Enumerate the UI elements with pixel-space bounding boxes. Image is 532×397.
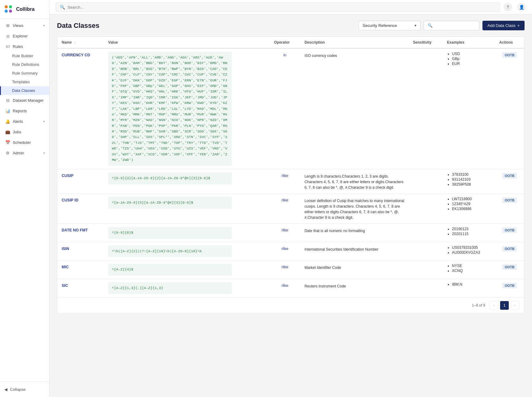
sidebar-item-rule-definitions[interactable]: Rule Definitions: [0, 60, 49, 69]
sidebar: Collibra ⊞ Views ▾ ◎ Explorer 🏷 Rules Ru…: [0, 0, 50, 397]
user-icon[interactable]: 👤: [517, 3, 526, 11]
templates-label: Templates: [12, 80, 30, 84]
table: Name ↑ Value Operator Description Sensit…: [57, 37, 524, 297]
ootb-badge-0[interactable]: OOTB: [502, 52, 517, 58]
table-search-input[interactable]: [434, 23, 475, 28]
admin-arrow-icon: ▾: [43, 151, 45, 155]
page-title: Data Classes: [57, 22, 99, 30]
col-description[interactable]: Description: [300, 37, 408, 48]
example-item: AU0000XVGZA3: [452, 250, 491, 255]
data-classes-table: Name ↑ Value Operator Description Sensit…: [57, 37, 525, 314]
header-actions: Security Reference ▾ 🔍 Add Data Class +: [359, 21, 525, 30]
sidebar-item-explorer[interactable]: ◎ Explorer: [0, 31, 49, 41]
add-data-class-button[interactable]: Add Data Class +: [482, 21, 525, 30]
cell-description-6: Reuters Instrument Code: [300, 279, 408, 297]
collibra-logo-icon: [4, 4, 14, 14]
collapse-arrow-icon: ◀: [4, 387, 7, 392]
sidebar-item-reports[interactable]: 📊 Reports: [0, 106, 49, 116]
sidebar-item-jobs[interactable]: 💼 Jobs: [0, 127, 49, 137]
sidebar-item-rule-builder[interactable]: Rule Builder: [0, 52, 49, 60]
value-code-0: ('AED','AFN','ALL','AMD','ANG','AOA','AR…: [108, 52, 232, 166]
sidebar-item-admin[interactable]: ⚙ Admin ▾: [0, 148, 49, 158]
cell-name-3: DATE NO FMT: [57, 224, 104, 242]
ootb-badge-3[interactable]: OOTB: [502, 227, 517, 233]
cell-value-5: ^[A-Z]{4}$: [104, 261, 269, 279]
sidebar-item-views[interactable]: ⊞ Views ▾: [0, 20, 49, 31]
cell-value-2: ^[a-zA-Z0-9]{5}[a-zA-Z0-9*@#]{3}[0-9]$: [104, 194, 269, 224]
ootb-badge-1[interactable]: OOTB: [502, 173, 517, 179]
cell-sensitivity-5: [408, 261, 443, 279]
sidebar-item-label-dataset: Dataset Manager: [13, 98, 44, 103]
cell-value-1: ^[0-9]{3}[a-zA-Z0-9]{2}[a-zA-Z0-9*@#]{3}…: [104, 169, 269, 194]
col-operator[interactable]: Operator: [270, 37, 300, 48]
sidebar-item-label-alerts: Alerts: [13, 119, 23, 124]
example-item: 12345*A29: [452, 202, 491, 206]
cell-actions-5: OOTB: [495, 261, 524, 279]
ootb-badge-2[interactable]: OOTB: [502, 197, 517, 203]
table-search-box[interactable]: 🔍: [424, 21, 479, 30]
cell-name-6: SIC: [57, 279, 104, 297]
topbar: 🔍 ? 👤: [50, 0, 532, 15]
cell-value-0: ('AED','AFN','ALL','AMD','ANG','AOA','AR…: [104, 48, 269, 169]
example-item: 931142103: [452, 177, 491, 182]
sidebar-item-rule-summary[interactable]: Rule Summary: [0, 69, 49, 78]
next-page-button[interactable]: ›: [511, 301, 519, 310]
cell-name-4: ISIN: [57, 242, 104, 260]
search-input[interactable]: [68, 5, 496, 10]
prev-page-button[interactable]: ‹: [490, 301, 498, 310]
collapse-button[interactable]: ◀ Collapse: [0, 384, 49, 395]
sidebar-item-rules[interactable]: 🏷 Rules: [0, 41, 49, 52]
ootb-badge-4[interactable]: OOTB: [502, 246, 517, 252]
table-row: MIC^[A-Z]{4}$rlikeMarket Identifier Code…: [57, 261, 524, 279]
cell-examples-6: IBM.N: [443, 279, 495, 297]
cell-actions-1: OOTB: [495, 169, 524, 194]
col-actions[interactable]: Actions: [495, 37, 524, 48]
col-examples[interactable]: Examples: [443, 37, 495, 48]
cell-operator-6: rlike: [270, 279, 300, 297]
cell-operator-5: rlike: [270, 261, 300, 279]
cell-examples-4: US0378331005AU0000XVGZA3: [443, 242, 495, 260]
sidebar-item-data-classes[interactable]: Data Classes: [0, 86, 49, 95]
cell-name-1: CUSIP: [57, 169, 104, 194]
value-code-3: ^[0-9]{8}$: [108, 227, 232, 239]
example-item: 20190123: [452, 227, 491, 231]
topbar-icons: ? 👤: [504, 3, 526, 11]
svg-point-0: [5, 5, 8, 8]
sidebar-item-label-scheduler: Scheduler: [13, 140, 31, 145]
rule-definitions-label: Rule Definitions: [12, 63, 39, 67]
cell-sensitivity-1: [408, 169, 443, 194]
search-icon: 🔍: [60, 5, 65, 10]
cell-actions-4: OOTB: [495, 242, 524, 260]
sidebar-bottom: ◀ Collapse: [0, 382, 49, 397]
cell-actions-2: OOTB: [495, 194, 524, 224]
col-value[interactable]: Value: [104, 37, 269, 48]
ootb-badge-5[interactable]: OOTB: [502, 264, 517, 270]
cell-name-2: CUSIP ID: [57, 194, 104, 224]
collapse-label: Collapse: [10, 387, 26, 392]
sidebar-item-templates[interactable]: Templates: [0, 78, 49, 86]
calendar-icon: 📅: [5, 140, 10, 145]
sidebar-item-dataset-manager[interactable]: ⊟ Dataset Manager: [0, 95, 49, 106]
logo[interactable]: Collibra: [0, 0, 49, 19]
table-row: CURRENCY CD('AED','AFN','ALL','AMD','ANG…: [57, 48, 524, 169]
filter-dropdown[interactable]: Security Reference ▾: [359, 21, 421, 30]
table-row: SIC^[A-Z]{1,3}[-][A-Z]{1,3}rlikeReuters …: [57, 279, 524, 297]
cell-sensitivity-0: [408, 48, 443, 169]
bell-icon: 🔔: [5, 119, 10, 124]
sidebar-item-scheduler[interactable]: 📅 Scheduler: [0, 137, 49, 148]
example-item: US0378331005: [452, 245, 491, 250]
search-wrap[interactable]: 🔍: [56, 2, 500, 12]
help-icon[interactable]: ?: [504, 3, 512, 11]
sidebar-item-alerts[interactable]: 🔔 Alerts ▾: [0, 116, 49, 127]
page-1-button[interactable]: 1: [500, 301, 509, 310]
ootb-badge-6[interactable]: OOTB: [502, 283, 517, 288]
example-item: XCNQ: [452, 269, 491, 273]
cell-actions-6: OOTB: [495, 279, 524, 297]
cell-value-4: ^\b([A-Z]{2})(?![A-Z]{10}\b)[A-Z0-9]{10}…: [104, 242, 269, 260]
add-button-label: Add Data Class: [487, 23, 515, 28]
cell-sensitivity-3: [408, 224, 443, 242]
cell-operator-2: rlike: [270, 194, 300, 224]
col-name[interactable]: Name ↑: [57, 37, 104, 48]
col-sensitivity[interactable]: Sensitivity: [408, 37, 443, 48]
cell-sensitivity-6: [408, 279, 443, 297]
